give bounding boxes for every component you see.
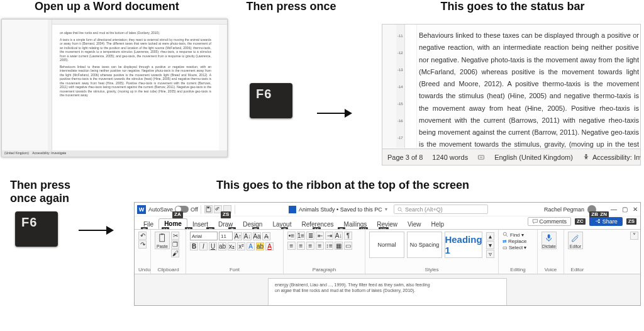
search-box[interactable]: Search (Alt+Q)	[394, 205, 488, 214]
close-icon[interactable]: ✕	[633, 206, 638, 213]
styles-more-icon[interactable]: ▿	[486, 250, 494, 258]
multilevel-icon[interactable]: ≣	[306, 232, 314, 240]
accessibility-icon	[582, 154, 590, 161]
paste-icon	[157, 232, 167, 244]
justify-icon[interactable]: ≡	[316, 242, 324, 250]
underline-icon[interactable]: U	[209, 242, 217, 250]
bold-icon[interactable]: B	[190, 242, 198, 250]
document-area: energy (Brainerd, Liao and ..., 1999). T…	[135, 274, 640, 306]
caption-status-bar: This goes to the status bar	[384, 0, 641, 13]
caption-then-press-1: Then press once	[238, 0, 345, 13]
replace-button[interactable]: ⇄Replace	[502, 238, 533, 244]
redo-icon[interactable]: ↷	[138, 240, 147, 249]
font-size-combo[interactable]: 11	[219, 232, 233, 240]
collapse-ribbon-icon[interactable]: ˅	[630, 232, 638, 240]
caption-then-press-2: Then press once again	[10, 179, 98, 205]
group-label-clipboard: Clipboard	[155, 267, 182, 274]
copy-icon[interactable]: ❐	[171, 240, 179, 249]
decrease-indent-icon[interactable]: ⇤	[316, 232, 324, 240]
svg-rect-12	[160, 234, 165, 242]
status-words[interactable]: 1240 words	[432, 154, 468, 161]
status-language[interactable]: English (United Kingdom)	[494, 154, 573, 161]
tab-view[interactable]: View	[402, 220, 426, 229]
numbering-icon[interactable]: 1≡	[297, 232, 305, 240]
select-button[interactable]: ▭Select ▾	[502, 245, 533, 250]
document-title[interactable]: Animals Study • Saved to this PC ▾	[289, 206, 387, 213]
comments-button[interactable]: Comments	[528, 217, 572, 226]
change-case-icon[interactable]: Aa	[253, 232, 261, 240]
clear-format-icon[interactable]: A̶	[262, 232, 270, 240]
svg-marker-6	[106, 226, 114, 235]
f6-key[interactable]: F6	[250, 83, 292, 118]
text-effects-icon[interactable]: A	[247, 242, 255, 250]
superscript-icon[interactable]: x²	[237, 242, 245, 250]
doc-line: energy (Brainerd, Liao and ..., 1999). T…	[275, 282, 500, 288]
word-status-bar[interactable]: Page 3 of 8 1240 words English (United K…	[382, 149, 640, 165]
vertical-ruler: -11 -12 -13 -14 -15 -16 -17	[396, 25, 405, 148]
status-page[interactable]: Page 3 of 8	[387, 154, 423, 161]
shrink-font-icon[interactable]: A↓	[243, 232, 252, 240]
sort-icon[interactable]: A↓	[335, 232, 343, 240]
undo-icon[interactable]: ↶	[138, 232, 147, 240]
ribbon-home-panel: ↶ ↷ Undo Paste ✂ ❐ 🖌	[135, 229, 640, 274]
style-no-spacing[interactable]: No Spacing	[407, 232, 442, 258]
paste-button[interactable]: Paste	[155, 232, 170, 249]
shading-icon[interactable]: ▦	[335, 242, 343, 250]
svg-rect-13	[161, 233, 164, 235]
status-language: (United Kingdom)	[4, 151, 29, 155]
document-text: Behaviours linked to these taxes can be …	[419, 30, 640, 148]
f6-key[interactable]: F6	[15, 211, 58, 247]
grow-font-icon[interactable]: A↑	[234, 232, 242, 240]
account[interactable]: Rachel Pegman	[544, 205, 596, 214]
editor-icon	[570, 232, 580, 244]
increase-indent-icon[interactable]: ⇥	[325, 232, 333, 240]
editor-button[interactable]: Editor	[568, 232, 583, 249]
highlight-icon[interactable]: ab	[256, 242, 264, 250]
styles-scroll-up-icon[interactable]: ▴	[486, 232, 494, 240]
share-icon	[594, 218, 601, 225]
svg-line-15	[506, 235, 508, 237]
microphone-icon	[544, 232, 553, 244]
subscript-icon[interactable]: x₂	[228, 242, 236, 250]
strike-icon[interactable]: ab	[218, 242, 226, 250]
word-app-icon: W	[137, 205, 146, 214]
group-label-styles: Styles	[369, 267, 494, 274]
window-controls[interactable]: — ▢ ✕	[611, 206, 638, 213]
share-button[interactable]: Share	[589, 217, 623, 226]
tab-help[interactable]: Help	[426, 220, 450, 229]
status-text-predictions-icon[interactable]	[477, 154, 485, 161]
svg-point-14	[503, 232, 506, 235]
borders-icon[interactable]: ▭	[344, 242, 352, 250]
arrow-icon	[77, 222, 114, 242]
doc-paragraph: on algae that line rocks and mud at the …	[60, 31, 211, 35]
group-label-voice: Voice	[541, 267, 560, 274]
align-center-icon[interactable]: ≡	[297, 242, 305, 250]
svg-rect-16	[548, 234, 550, 238]
italic-icon[interactable]: I	[199, 242, 208, 250]
dictate-button[interactable]: Dictate	[541, 232, 557, 249]
word-page: on algae that line rocks and mud at the …	[52, 25, 219, 157]
bullets-icon[interactable]: •≡	[287, 232, 296, 240]
style-normal[interactable]: Normal	[369, 232, 404, 258]
search-icon	[502, 232, 509, 238]
styles-scroll-down-icon[interactable]: ▾	[486, 241, 494, 249]
minimize-icon[interactable]: —	[611, 206, 617, 213]
find-button[interactable]: Find ▾	[502, 232, 533, 238]
status-accessibility[interactable]: Accessibility: Investigate	[582, 154, 641, 161]
line-spacing-icon[interactable]: ↕≡	[325, 242, 333, 250]
cut-icon[interactable]: ✂	[171, 232, 179, 240]
title-bar: W AutoSave Off ZA ZS Animals Study • Sav…	[135, 203, 640, 216]
svg-marker-1	[345, 109, 352, 118]
font-name-combo[interactable]: Arial	[190, 232, 218, 240]
show-marks-icon[interactable]: ¶	[344, 232, 352, 240]
save-icon[interactable]	[204, 205, 213, 213]
align-left-icon[interactable]: ≡	[287, 242, 296, 250]
svg-point-11	[598, 222, 600, 223]
format-painter-icon[interactable]: 🖌	[171, 249, 179, 257]
align-right-icon[interactable]: ≡	[306, 242, 314, 250]
group-label-editor: Editor	[568, 267, 587, 274]
maximize-icon[interactable]: ▢	[622, 206, 628, 213]
style-heading-1[interactable]: Heading 1	[445, 232, 482, 258]
styles-gallery[interactable]: Normal No Spacing Heading 1 ▴ ▾ ▿	[369, 232, 494, 258]
font-color-icon[interactable]: A	[265, 242, 274, 250]
